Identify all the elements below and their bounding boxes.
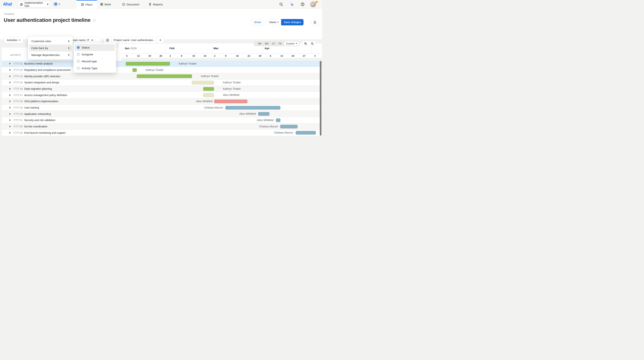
- gantt-bar[interactable]: [276, 118, 280, 122]
- gantt-bar[interactable]: [280, 125, 298, 128]
- preset-3m[interactable]: 3M: [256, 42, 263, 45]
- plus-icon: +: [159, 38, 161, 42]
- expand-caret-icon[interactable]: [10, 113, 11, 115]
- vertical-scrollbar[interactable]: [320, 61, 322, 136]
- activity-name[interactable]: Application onboarding: [24, 112, 51, 116]
- submenu-option-activity-type[interactable]: Activity Type: [74, 65, 115, 72]
- zoom-out-button[interactable]: [309, 41, 316, 46]
- activity-row[interactable]: FTIT-46Data migration planning: [2, 86, 322, 92]
- submenu-option-assignee[interactable]: Assignee: [74, 51, 115, 58]
- gantt-bar[interactable]: [296, 131, 316, 134]
- activity-id: FTIT-46: [14, 87, 23, 90]
- radio-selected[interactable]: [77, 46, 80, 49]
- activity-row[interactable]: FTIT-51Security and risk validation: [2, 117, 322, 124]
- activity-name[interactable]: Post-launch monitoring and support: [24, 131, 66, 134]
- activity-name[interactable]: Business needs analysis: [24, 62, 53, 65]
- expand-caret-icon[interactable]: [10, 94, 11, 96]
- add-filter-button[interactable]: +: [156, 37, 164, 43]
- reports-bars-icon: [149, 3, 152, 6]
- preset-1y[interactable]: 1Y: [270, 42, 277, 45]
- activity-row[interactable]: FTIT-49Application onboarding: [2, 111, 322, 117]
- export-button[interactable]: [311, 19, 319, 25]
- assignee-label: Alice Whitfield: [223, 92, 239, 98]
- activity-name[interactable]: Regulatory and compliance assessment: [24, 68, 70, 72]
- gantt-bar[interactable]: [203, 87, 214, 91]
- export-icon: [313, 20, 316, 24]
- views-button[interactable]: Views: [266, 19, 281, 25]
- week-tick: 19: [148, 54, 151, 57]
- expand-caret-icon[interactable]: [10, 107, 11, 108]
- gantt-bar[interactable]: [192, 81, 214, 84]
- plans-icon: [81, 3, 84, 6]
- activity-id: FTIT-51: [14, 119, 23, 122]
- week-tick: 23: [248, 54, 250, 57]
- help-icon[interactable]: [300, 2, 305, 6]
- clear-filter-button[interactable]: [104, 37, 112, 43]
- menu-item-customize-view[interactable]: Customize view: [29, 38, 72, 44]
- ai-sparkle-icon[interactable]: [290, 2, 294, 6]
- activity-name[interactable]: System integration and design: [24, 81, 59, 84]
- gantt-bar[interactable]: [203, 93, 214, 97]
- x-circle-icon: [106, 38, 109, 42]
- radio-unselected[interactable]: [77, 60, 80, 63]
- gantt-bar[interactable]: [258, 112, 270, 116]
- activity-name[interactable]: Identity provider (IdP) selection: [24, 75, 60, 78]
- gantt-bar[interactable]: [225, 106, 280, 110]
- expand-caret-icon[interactable]: [10, 88, 11, 90]
- expand-caret-icon[interactable]: [10, 69, 11, 71]
- preset-fit[interactable]: Fit: [277, 42, 283, 45]
- product-switcher[interactable]: [53, 2, 60, 6]
- activity-id: FTIT-60: [14, 125, 23, 128]
- expand-caret-icon[interactable]: [10, 63, 11, 64]
- avatar[interactable]: [310, 1, 316, 7]
- favorite-star-icon[interactable]: ☆: [92, 18, 97, 23]
- activity-name[interactable]: Data migration planning: [24, 87, 52, 90]
- tab-work[interactable]: Work: [100, 0, 112, 8]
- activity-name[interactable]: User training: [24, 106, 39, 109]
- zoom-preset-control: 3M 6M 1Y Fit Custom: [254, 41, 300, 46]
- activities-dropdown[interactable]: Activities: [4, 37, 23, 43]
- radio-unselected[interactable]: [77, 67, 80, 70]
- activity-name[interactable]: Access management policy definition: [24, 94, 67, 96]
- custom-range-dropdown[interactable]: Custom: [284, 41, 299, 46]
- tab-reports[interactable]: Reports: [148, 0, 164, 8]
- info-circle-icon: [122, 3, 125, 6]
- gantt-bar[interactable]: [132, 68, 137, 72]
- expand-caret-icon[interactable]: [10, 119, 11, 121]
- chevron-right-icon: [67, 40, 70, 42]
- expand-caret-icon[interactable]: [10, 132, 11, 134]
- gantt-bar[interactable]: [126, 62, 170, 66]
- activity-name[interactable]: Security and risk validation: [24, 119, 56, 122]
- save-changes-button[interactable]: Save changes: [281, 19, 304, 25]
- expand-caret-icon[interactable]: [10, 75, 11, 77]
- workspace-selector[interactable]: Implementation Ops: [18, 1, 50, 7]
- submenu-option-status[interactable]: Status: [74, 44, 115, 51]
- menu-item-manage-dependencies[interactable]: Manage dependencies: [29, 52, 72, 58]
- activity-row[interactable]: FTIT-47Access management policy definiti…: [2, 92, 322, 98]
- radio-unselected[interactable]: [77, 53, 80, 56]
- submenu-option-record-type[interactable]: Record type: [74, 58, 115, 65]
- menu-item-color-bars-by[interactable]: Color bars by: [29, 44, 72, 52]
- expand-caret-icon[interactable]: [10, 126, 11, 128]
- activity-row[interactable]: FTIT-48SSO platform implementation: [2, 98, 322, 105]
- activity-row-left: FTIT-53Post-launch monitoring and suppor…: [2, 130, 122, 136]
- activity-name[interactable]: Go-live coordination: [24, 125, 48, 128]
- activity-row[interactable]: FTIT-45System integration and design: [2, 80, 322, 86]
- share-button[interactable]: Share: [251, 19, 264, 25]
- aha-logo[interactable]: Aha!: [3, 2, 12, 7]
- assignee-label: Chelsea Slocum: [259, 124, 278, 130]
- week-tick: 27: [303, 54, 306, 57]
- assignee-label: Kathryn Tirador: [223, 80, 241, 86]
- expand-caret-icon[interactable]: [10, 100, 11, 102]
- filter-project-name[interactable]: Project name: User authenticatio...: [112, 38, 160, 42]
- expand-caret-icon[interactable]: [10, 82, 11, 84]
- preset-6m[interactable]: 6M: [263, 42, 270, 45]
- gantt-bar[interactable]: [214, 100, 248, 103]
- month-boundary-line: [166, 44, 166, 53]
- zoom-in-button[interactable]: [302, 41, 309, 46]
- tab-plans[interactable]: Plans: [76, 0, 97, 8]
- tab-document[interactable]: Document: [121, 0, 140, 8]
- search-icon[interactable]: [279, 2, 283, 6]
- activity-name[interactable]: SSO platform implementation: [24, 100, 58, 103]
- gantt-bar[interactable]: [137, 74, 192, 78]
